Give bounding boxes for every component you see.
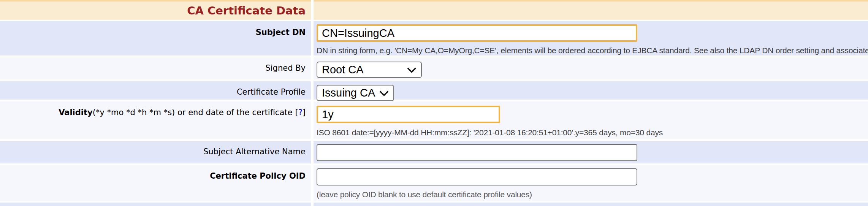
column-divider: [311, 203, 314, 206]
column-divider: [311, 21, 314, 55]
subject-dn-input[interactable]: [317, 24, 637, 42]
subject-dn-help-text: DN in string form, e.g. 'CN=My CA,O=MyOr…: [317, 46, 868, 55]
column-divider: [311, 101, 314, 139]
certificate-policy-oid-help-text: (leave policy OID blank to use default c…: [317, 190, 868, 199]
certificate-policy-oid-label: Certificate Policy OID: [210, 171, 306, 201]
signed-by-row: Signed By Root CA: [0, 57, 868, 79]
signed-by-label: Signed By: [265, 63, 306, 79]
subject-dn-label: Subject DN: [256, 27, 306, 55]
subject-alternative-name-input[interactable]: [317, 144, 637, 161]
certificate-profile-select[interactable]: Issuing CA: [317, 85, 394, 101]
certificate-policy-oid-input[interactable]: [317, 168, 637, 185]
certificate-profile-label: Certificate Profile: [237, 87, 306, 100]
column-divider: [311, 57, 314, 79]
page-title: CA Certificate Data: [187, 4, 306, 17]
column-divider: [311, 141, 314, 163]
validity-row: Validity(*y *mo *d *h *m *s) or end date…: [0, 101, 868, 139]
subject-dn-row: Subject DN DN in string form, e.g. 'CN=M…: [0, 21, 868, 55]
subject-alternative-name-row: Subject Alternative Name: [0, 141, 868, 163]
bottom-strip: [0, 203, 868, 206]
validity-label: Validity(*y *mo *d *h *m *s) or end date…: [59, 108, 306, 139]
validity-input[interactable]: [317, 106, 500, 123]
validity-help-link[interactable]: ?: [298, 108, 303, 117]
certificate-policy-oid-row: Certificate Policy OID (leave policy OID…: [0, 165, 868, 201]
section-header-row: CA Certificate Data: [0, 2, 868, 20]
subject-alternative-name-label: Subject Alternative Name: [203, 147, 306, 163]
signed-by-selected-value: Root CA: [322, 63, 364, 76]
column-divider: [311, 81, 314, 100]
validity-help-text: ISO 8601 date:=[yyyy-MM-dd HH:mm:ssZZ]: …: [317, 128, 868, 137]
chevron-down-icon: [407, 64, 416, 73]
certificate-profile-selected-value: Issuing CA: [322, 87, 375, 99]
chevron-down-icon: [379, 87, 388, 96]
signed-by-select[interactable]: Root CA: [317, 62, 422, 78]
column-divider: [311, 165, 314, 201]
column-divider: [311, 2, 314, 20]
certificate-profile-row: Certificate Profile Issuing CA: [0, 81, 868, 100]
